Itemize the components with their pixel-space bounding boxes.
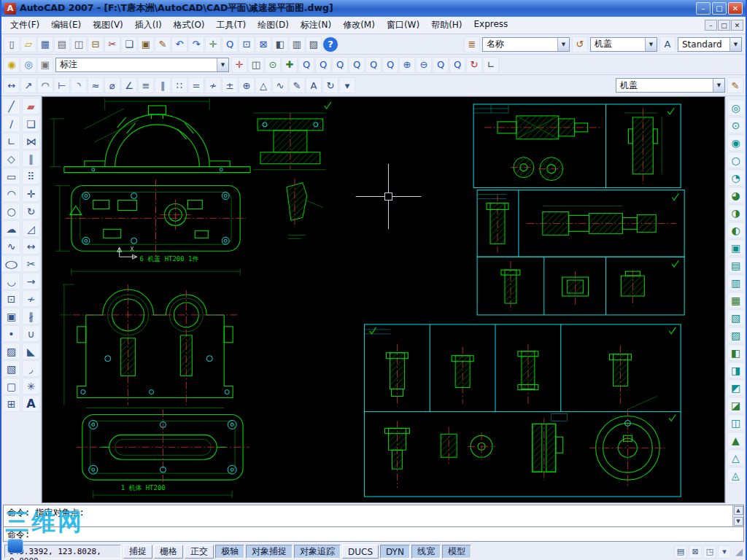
menu-file[interactable]: 文件(F) — [4, 17, 45, 34]
polar-button[interactable]: 极轴 — [215, 545, 244, 559]
zoom-in-icon[interactable]: ⊕ — [399, 57, 415, 73]
toolpalette-icon[interactable]: ▨ — [306, 36, 322, 52]
minimize-button[interactable]: – — [696, 2, 711, 15]
explode-icon[interactable]: ✳ — [22, 378, 40, 394]
resize-grip[interactable]: ◢ — [735, 546, 743, 557]
array-icon[interactable]: ⠿ — [22, 168, 40, 184]
erase-icon[interactable]: ▰ — [22, 98, 40, 114]
menu-draw[interactable]: 绘图(D) — [252, 17, 295, 34]
dim-style-icon[interactable]: ▾ — [339, 77, 355, 93]
insert-block-icon[interactable]: ⊡ — [2, 290, 20, 307]
clean-screen-icon[interactable]: ◳ — [703, 545, 716, 559]
hatch-icon[interactable]: ▨ — [2, 343, 20, 359]
command-input[interactable]: 命令: — [3, 527, 744, 542]
named-views-icon[interactable]: ◫ — [248, 57, 264, 73]
scroll-down-icon[interactable]: ▼ — [734, 517, 743, 526]
plot-icon[interactable]: ▤ — [54, 36, 70, 52]
layer-on-icon[interactable]: ◉ — [4, 57, 20, 73]
menu-express[interactable]: Express — [468, 17, 514, 34]
cut-icon[interactable]: ✂ — [104, 36, 120, 52]
polygon-icon[interactable]: ◇ — [2, 150, 20, 167]
regen-icon[interactable]: ↻ — [466, 57, 482, 73]
hatch-tool-icon[interactable]: ▧ — [727, 309, 745, 326]
dim-aligned-icon[interactable]: ↗ — [20, 77, 36, 93]
quick-dim-icon[interactable]: ≡ — [138, 77, 154, 93]
gradient-icon[interactable]: ▧ — [2, 360, 20, 377]
chevron-down-icon[interactable]: ▼ — [729, 38, 741, 51]
zoom-realtime-icon[interactable]: Q — [298, 57, 314, 73]
dim-update-icon[interactable]: ↻ — [322, 77, 338, 93]
menu-edit[interactable]: 编辑(E) — [45, 17, 87, 34]
stretch-icon[interactable]: ↔ — [22, 238, 40, 254]
toolbar-lock-icon[interactable]: ⊠ — [689, 545, 702, 559]
join-icon[interactable]: ∪ — [22, 325, 40, 342]
surface-icon[interactable]: ▦ — [727, 292, 745, 308]
circle-icon[interactable]: ○ — [2, 203, 20, 219]
ellipse-arc-icon[interactable]: ◡ — [2, 273, 20, 289]
scroll-up-icon[interactable]: ▲ — [734, 506, 743, 515]
extend-icon[interactable]: → — [22, 273, 40, 289]
scale-icon[interactable]: ◿ — [22, 220, 40, 237]
otrack-button[interactable]: 对象追踪 — [294, 545, 341, 559]
half-left-icon[interactable]: ◐ — [727, 222, 745, 238]
save-icon[interactable]: ▦ — [37, 36, 53, 52]
menu-tools[interactable]: 工具(T) — [211, 17, 252, 34]
properties-icon[interactable]: ◧ — [272, 36, 288, 52]
region-icon[interactable]: ▢ — [2, 378, 20, 394]
annotation-scale-icon[interactable]: ▤ — [674, 545, 687, 559]
text-style-icon[interactable]: A — [659, 36, 676, 52]
move-icon[interactable]: ✛ — [22, 185, 40, 202]
break-point-icon[interactable]: ≁ — [22, 290, 40, 307]
polyline-icon[interactable]: ∟ — [2, 133, 20, 149]
plot-preview-icon[interactable]: ◫ — [71, 36, 87, 52]
doc-minimize-button[interactable]: – — [705, 20, 717, 31]
half-right-icon[interactable]: ◑ — [727, 204, 745, 221]
half-square-icon[interactable]: ◧ — [727, 344, 745, 361]
doc-restore-button[interactable]: □ — [718, 20, 730, 31]
solid-box-icon[interactable]: ▣ — [727, 239, 745, 256]
zoom-window-icon[interactable]: ⊡ — [239, 36, 255, 52]
layer-lock-icon[interactable]: ▣ — [37, 57, 53, 73]
dim-style-edit-icon[interactable]: ✎ — [727, 77, 743, 93]
lwt-button[interactable]: 线宽 — [411, 545, 441, 559]
pan-realtime-icon[interactable]: ✚ — [282, 57, 298, 73]
maximize-button[interactable]: □ — [712, 2, 727, 15]
trim-icon[interactable]: ✂ — [22, 255, 40, 272]
open-file-icon[interactable]: ▱ — [20, 36, 36, 52]
tray-arrow-icon[interactable]: ▾ — [718, 545, 731, 559]
zoom-extents-icon[interactable]: Q — [449, 57, 465, 73]
rectangle-icon[interactable]: ▭ — [2, 168, 20, 184]
window-tool-icon[interactable]: ◫ — [727, 414, 745, 431]
zoom-realtime-icon[interactable]: Q — [222, 36, 238, 52]
menu-insert[interactable]: 插入(I) — [129, 17, 168, 34]
mesh-icon[interactable]: ▤ — [727, 257, 745, 273]
dim-jogline-icon[interactable]: ∿ — [272, 77, 288, 93]
dim-arc-icon[interactable]: ◠ — [37, 77, 53, 93]
wedge-tool-icon[interactable]: ◬ — [727, 467, 745, 483]
zoom-dynamic-icon[interactable]: Q — [332, 57, 348, 73]
zoom-object-icon[interactable]: Q — [382, 57, 398, 73]
zoom-center-icon[interactable]: Q — [365, 57, 382, 73]
shade-tool-icon[interactable]: ◕ — [727, 187, 745, 203]
command-history[interactable]: 命令: 指定对角点: — [4, 505, 732, 526]
copy-icon[interactable]: ❏ — [22, 115, 40, 132]
layer-manager-icon[interactable]: ≣ — [464, 36, 480, 52]
copy-icon[interactable]: ❏ — [121, 36, 137, 52]
drawing-canvas[interactable]: X 6 机盖 HT200 1件 — [42, 96, 725, 503]
grid-button[interactable]: 栅格 — [154, 545, 183, 559]
break-icon[interactable]: ∦ — [22, 308, 40, 324]
undo-icon[interactable]: ↶ — [171, 36, 187, 52]
ucs-icon[interactable]: ∟ — [483, 57, 499, 73]
orbit-tool-icon[interactable]: ⊙ — [727, 117, 745, 133]
close-button[interactable]: ✕ — [728, 2, 743, 15]
menu-modify[interactable]: 修改(M) — [337, 17, 381, 34]
zoom-scale-icon[interactable]: Q — [349, 57, 365, 73]
dim-style-tool-icon[interactable]: ◎ — [727, 99, 745, 116]
model-button[interactable]: 模型 — [442, 545, 471, 559]
zoom-window-icon[interactable]: Q — [315, 57, 331, 73]
spline-icon[interactable]: ∿ — [2, 238, 20, 254]
dim-angular-icon[interactable]: ∠ — [121, 77, 137, 93]
help-icon[interactable]: ? — [322, 36, 338, 52]
table-icon[interactable]: ⊞ — [2, 395, 20, 412]
new-file-icon[interactable]: ▯ — [4, 36, 20, 52]
